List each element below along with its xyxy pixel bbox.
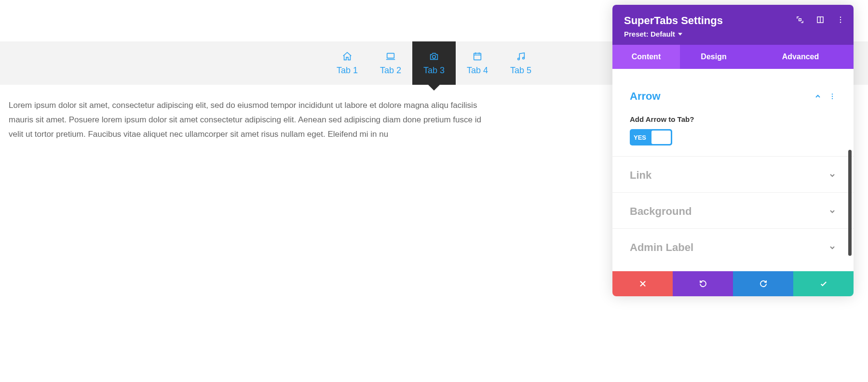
panel-tab-design[interactable]: Design	[680, 45, 747, 69]
calendar-icon	[472, 51, 483, 62]
section-title: Admin Label	[630, 241, 693, 254]
tab-label: Tab 1	[337, 66, 358, 76]
toggle-knob	[651, 131, 671, 144]
field-label: Add Arrow to Tab?	[630, 115, 836, 123]
redo-icon	[759, 279, 768, 288]
svg-point-10	[832, 93, 833, 94]
home-icon	[342, 51, 353, 62]
svg-point-11	[832, 96, 833, 97]
undo-icon	[699, 279, 707, 288]
section-arrow-header[interactable]: Arrow	[630, 90, 836, 103]
svg-point-7	[840, 17, 841, 18]
tab-item-2[interactable]: Tab 2	[369, 41, 412, 85]
section-arrow: Arrow Add Arrow to Tab? YES	[612, 69, 854, 157]
save-button[interactable]	[793, 271, 854, 296]
chevron-down-icon	[828, 244, 836, 251]
svg-point-3	[518, 58, 520, 60]
chevron-up-icon	[814, 92, 822, 100]
svg-rect-0	[387, 53, 394, 58]
section-link: Link	[612, 157, 854, 193]
section-background: Background	[612, 193, 854, 229]
svg-point-4	[523, 57, 525, 59]
close-icon	[638, 279, 647, 288]
undo-button[interactable]	[673, 271, 733, 296]
svg-rect-5	[799, 19, 801, 21]
panel-body: Arrow Add Arrow to Tab? YES	[612, 69, 854, 271]
panel-tab-advanced[interactable]: Advanced	[747, 45, 854, 69]
cancel-button[interactable]	[612, 271, 673, 296]
section-admin-label-header[interactable]: Admin Label	[630, 241, 836, 254]
tab-item-5[interactable]: Tab 5	[499, 41, 542, 85]
svg-point-12	[832, 98, 833, 99]
svg-point-8	[840, 19, 841, 20]
section-arrow-content: Add Arrow to Tab? YES	[630, 115, 836, 145]
panel-tabs: Content Design Advanced	[612, 45, 854, 69]
laptop-icon	[385, 51, 396, 62]
tab-label: Tab 2	[380, 66, 401, 76]
panel-footer	[612, 271, 854, 296]
tab-label: Tab 3	[423, 66, 445, 76]
add-arrow-toggle[interactable]: YES	[630, 129, 672, 145]
section-background-header[interactable]: Background	[630, 205, 836, 218]
svg-point-1	[433, 55, 435, 58]
tab-strip-inner: Tab 1 Tab 2 Tab 3 Tab 4 Tab 5	[326, 41, 542, 85]
music-icon	[515, 51, 526, 62]
tab-item-4[interactable]: Tab 4	[456, 41, 499, 85]
tab-label: Tab 4	[467, 66, 488, 76]
panel-tab-content[interactable]: Content	[612, 45, 680, 69]
tab-item-3[interactable]: Tab 3	[412, 41, 456, 85]
redo-button[interactable]	[733, 271, 793, 296]
preset-label: Preset: Default	[624, 30, 675, 38]
section-title: Arrow	[630, 90, 661, 103]
svg-rect-2	[474, 53, 481, 60]
check-icon	[819, 279, 828, 288]
chevron-down-icon	[828, 208, 836, 215]
caret-down-icon	[678, 33, 682, 36]
chevron-down-icon	[828, 171, 836, 179]
kebab-icon[interactable]	[828, 92, 836, 100]
tab-label: Tab 5	[510, 66, 531, 76]
svg-point-9	[840, 22, 841, 23]
section-admin-label: Admin Label	[612, 229, 854, 264]
section-link-header[interactable]: Link	[630, 169, 836, 182]
panel-header: SuperTabs Settings Preset: Default	[612, 5, 854, 45]
columns-icon[interactable]	[816, 15, 825, 24]
expand-icon[interactable]	[796, 15, 804, 24]
camera-icon	[429, 51, 439, 62]
section-title: Background	[630, 205, 692, 218]
toggle-value: YES	[634, 134, 646, 141]
kebab-icon[interactable]	[836, 15, 845, 24]
preset-selector[interactable]: Preset: Default	[624, 30, 842, 38]
tab-item-1[interactable]: Tab 1	[326, 41, 369, 85]
section-title: Link	[630, 169, 651, 182]
panel-header-actions	[796, 15, 845, 24]
settings-panel: SuperTabs Settings Preset: Default Conte…	[612, 5, 854, 296]
tab-content-text: Lorem ipsum dolor sit amet, consectetur …	[0, 85, 506, 141]
